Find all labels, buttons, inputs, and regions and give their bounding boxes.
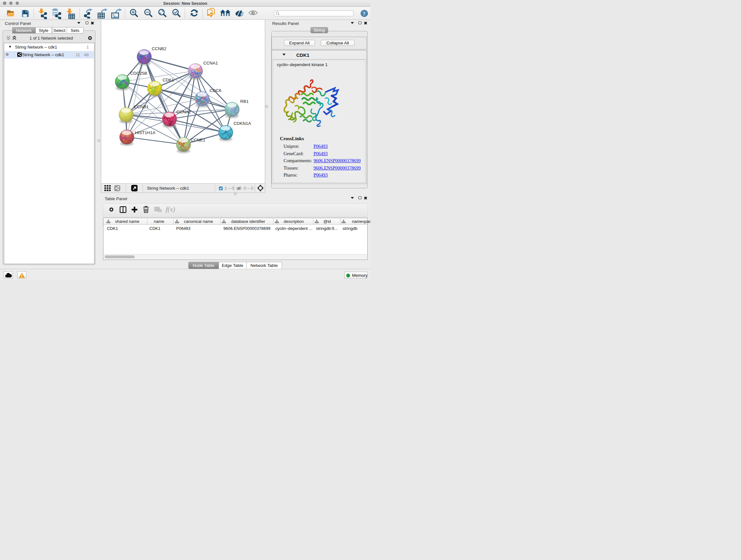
svg-text:CDK1: CDK1 — [162, 78, 174, 82]
svg-text:HIST1H1A: HIST1H1A — [135, 130, 155, 135]
svg-text:CCNB2: CCNB2 — [151, 46, 166, 51]
svg-text:CDC6: CDC6 — [209, 88, 221, 93]
svg-text:CCNA2: CCNA2 — [176, 110, 191, 114]
svg-text:CCNE1: CCNE1 — [191, 138, 205, 142]
svg-text:CCNB1: CCNB1 — [134, 105, 148, 109]
svg-text:CDC25B: CDC25B — [130, 71, 147, 76]
svg-text:RB1: RB1 — [240, 99, 248, 104]
svg-text:CCNA1: CCNA1 — [203, 61, 218, 65]
svg-text:CDKN1A: CDKN1A — [233, 121, 251, 125]
